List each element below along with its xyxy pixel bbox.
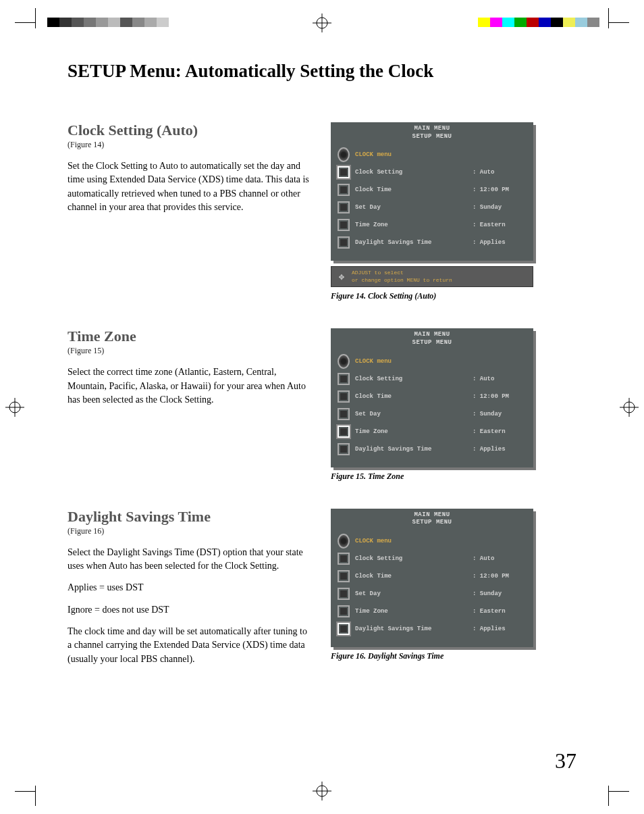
body-paragraph: Select the Daylight Savings Time (DST) o… [68,546,311,574]
menu-row-label: CLOCK menu [355,538,467,544]
registration-mark-icon [5,398,24,417]
menu-header: MAIN MENUSETUP MENU [331,122,533,142]
text-column: Daylight Savings Time(Figure 16)Select t… [68,509,311,674]
body-paragraph: Select the correct time zone (Atlantic, … [68,365,311,407]
page-content: SETUP Menu: Automatically Setting the Cl… [68,61,574,701]
menu-row-label: Set Day [355,411,467,417]
crop-mark [15,791,35,792]
option-box-icon [338,588,350,600]
menu-row: Daylight Savings Time: Applies [338,234,527,251]
menu-header: MAIN MENUSETUP MENU [331,509,533,528]
registration-mark-icon [313,14,331,32]
menu-row-value: : 12:00 PM [473,186,527,193]
crop-mark [35,8,36,28]
hint-line: ADJUST to select [352,270,452,276]
menu-row: Clock Time: 12:00 PM [338,181,527,199]
menu-row-value: : Sunday [473,590,527,597]
option-box-icon [338,623,350,635]
option-box-icon [338,236,350,249]
menu-header-sub: SETUP MENU [331,133,533,141]
crop-mark [608,8,609,28]
menu-row-value: : Sunday [473,411,527,417]
menu-row-label: Clock Time [355,573,467,580]
menu-row-value: : Auto [473,169,527,176]
text-column: Clock Setting (Auto)(Figure 14)Set the C… [68,122,311,301]
section-title: Time Zone [68,328,311,345]
menu-row-label: Daylight Savings Time [355,446,467,453]
menu-row-value: : Auto [473,376,527,382]
menu-row: Daylight Savings Time: Applies [338,440,527,458]
option-box-icon [338,426,350,438]
section: Time Zone(Figure 15)Select the correct t… [68,328,574,481]
menu-row: Time Zone: Eastern [338,216,527,234]
clock-icon [338,355,350,367]
option-box-icon [338,390,350,403]
menu-body: MAIN MENUSETUP MENUCLOCK menuClock Setti… [331,509,533,647]
menu-row: Time Zone: Eastern [338,603,527,620]
hint-text: ADJUST to selector change option MENU to… [352,270,452,284]
menu-row-label: Time Zone [355,608,467,615]
page-title: SETUP Menu: Automatically Setting the Cl… [68,61,574,82]
option-box-icon [338,373,350,385]
dpad-icon: ✥ [336,271,348,283]
menu-row: Clock Time: 12:00 PM [338,567,527,585]
menu-body: MAIN MENUSETUP MENUCLOCK menuClock Setti… [331,328,533,467]
option-box-icon [338,184,350,196]
menu-rows: CLOCK menuClock Setting: AutoClock Time:… [331,349,533,467]
menu-screenshot: MAIN MENUSETUP MENUCLOCK menuClock Setti… [331,328,533,467]
menu-body: MAIN MENUSETUP MENUCLOCK menuClock Setti… [331,122,533,261]
body-paragraph: Set the Clock Setting to Auto to automat… [68,159,311,214]
menu-row-value: : Auto [473,555,527,562]
menu-row-label: Daylight Savings Time [355,626,467,632]
hint-bar: ✥ADJUST to selector change option MENU t… [331,266,533,287]
menu-header: MAIN MENUSETUP MENU [331,328,533,348]
menu-row-value: : Applies [473,626,527,632]
figure-reference: (Figure 14) [68,140,311,150]
section-title: Daylight Savings Time [68,509,311,525]
menu-header-main: MAIN MENU [331,331,533,339]
color-bars-icon [47,18,169,27]
menu-row: Set Day: Sunday [338,405,527,423]
section: Daylight Savings Time(Figure 16)Select t… [68,509,574,674]
menu-header-main: MAIN MENU [331,511,533,519]
menu-row: Set Day: Sunday [338,199,527,216]
menu-row: Daylight Savings Time: Applies [338,620,527,638]
menu-row-value: : Applies [473,446,527,453]
option-box-icon [338,570,350,582]
hint-line: or change option MENU to return [352,277,452,284]
figure-column: MAIN MENUSETUP MENUCLOCK menuClock Setti… [331,328,540,481]
body-paragraph: The clock time and day will be set autom… [68,625,311,666]
clock-icon [338,149,350,161]
option-box-icon [338,605,350,617]
crop-mark [35,786,36,806]
option-box-icon [338,219,350,231]
crop-mark [608,786,609,806]
menu-screenshot: MAIN MENUSETUP MENUCLOCK menuClock Setti… [331,509,533,647]
section-title: Clock Setting (Auto) [68,122,311,138]
menu-row-value: : Eastern [473,428,527,435]
registration-mark-icon [620,398,639,417]
menu-rows: CLOCK menuClock Setting: AutoClock Time:… [331,142,533,261]
menu-row: CLOCK menu [338,146,527,163]
figure-column: MAIN MENUSETUP MENUCLOCK menuClock Setti… [331,509,540,674]
menu-screenshot: MAIN MENUSETUP MENUCLOCK menuClock Setti… [331,122,533,261]
menu-row: CLOCK menu [338,532,527,550]
section: Clock Setting (Auto)(Figure 14)Set the C… [68,122,574,301]
menu-row: Clock Time: 12:00 PM [338,388,527,405]
menu-row: CLOCK menu [338,353,527,370]
menu-rows: CLOCK menuClock Setting: AutoClock Time:… [331,528,533,647]
menu-row-label: Clock Setting [355,376,467,382]
menu-row: Set Day: Sunday [338,585,527,603]
menu-row: Clock Setting: Auto [338,163,527,181]
menu-row-value: : Eastern [473,222,527,228]
clock-icon [338,535,350,547]
option-box-icon [338,166,350,178]
menu-header-sub: SETUP MENU [331,339,533,347]
figure-column: MAIN MENUSETUP MENUCLOCK menuClock Setti… [331,122,540,301]
menu-row-label: Time Zone [355,428,467,435]
registration-mark-icon [313,782,331,800]
menu-row-label: Daylight Savings Time [355,239,467,246]
figure-caption: Figure 15. Time Zone [331,472,540,482]
menu-row-label: Clock Time [355,393,467,400]
page-number: 37 [555,748,576,773]
